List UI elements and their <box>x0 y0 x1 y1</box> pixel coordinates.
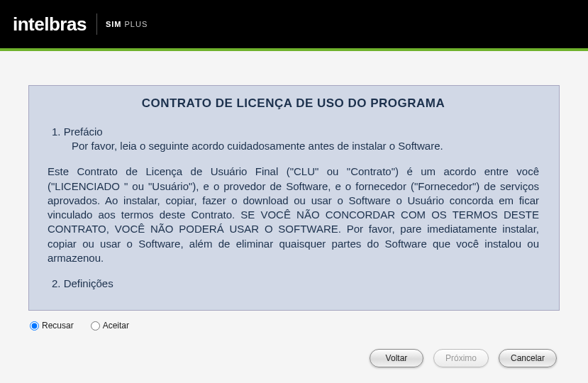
header-separator <box>96 13 97 35</box>
back-button[interactable]: Voltar <box>370 349 423 367</box>
radio-refuse[interactable]: Recusar <box>30 321 74 331</box>
installer-body: CONTRATO DE LICENÇA DE USO DO PROGRAMA 1… <box>0 51 588 367</box>
product-sim: SIM <box>106 20 122 28</box>
license-preface-text: Por favor, leia o seguinte acordo cuidad… <box>48 139 539 153</box>
cancel-button[interactable]: Cancelar <box>499 349 557 367</box>
radio-refuse-input[interactable] <box>30 321 39 331</box>
brand-logo: intelbras <box>13 13 87 35</box>
radio-refuse-label: Recusar <box>42 321 74 331</box>
product-plus: PLUS <box>125 20 148 28</box>
brand-block: intelbras SIM PLUS <box>13 13 148 35</box>
license-preface-heading: 1. Prefácio <box>48 125 539 139</box>
license-text-area[interactable]: CONTRATO DE LICENÇA DE USO DO PROGRAMA 1… <box>28 85 560 311</box>
radio-accept-label: Aceitar <box>103 321 129 331</box>
product-name: SIM PLUS <box>106 20 148 28</box>
wizard-buttons: Voltar Próximo Cancelar <box>28 349 560 367</box>
radio-accept[interactable]: Aceitar <box>91 321 129 331</box>
app-header: intelbras SIM PLUS <box>0 0 588 51</box>
license-title: CONTRATO DE LICENÇA DE USO DO PROGRAMA <box>48 96 539 112</box>
accept-radio-group: Recusar Aceitar <box>28 321 560 331</box>
license-body-paragraph: Este Contrato de Licença de Usuário Fina… <box>48 165 539 265</box>
license-definitions-heading: 2. Definições <box>48 277 539 291</box>
next-button[interactable]: Próximo <box>433 349 489 367</box>
radio-accept-input[interactable] <box>91 321 100 331</box>
